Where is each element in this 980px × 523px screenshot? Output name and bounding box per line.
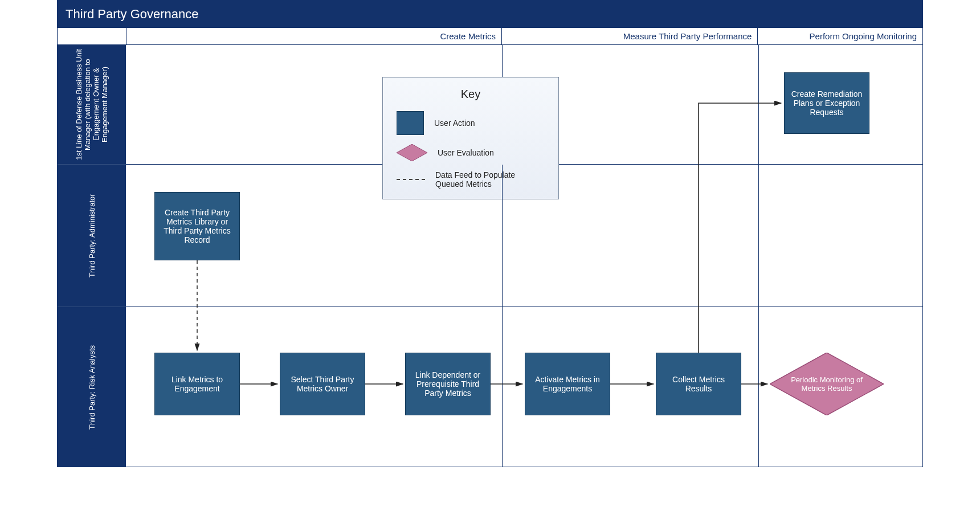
phase-create-metrics: Create Metrics <box>126 28 501 45</box>
box-label: Create Third Party Metrics Library or Th… <box>160 208 235 244</box>
phase-divider <box>758 165 759 307</box>
lane-business-unit-manager: 1st Line of Defense Business Unit Manage… <box>58 45 922 165</box>
phase-divider <box>758 45 759 164</box>
diamond-label: Periodic Monitoring of Metrics Results <box>787 375 867 393</box>
phase-label: Measure Third Party Performance <box>623 31 752 41</box>
diagram-title: Third Party Governance <box>58 1 922 28</box>
lane-header-text: 1st Line of Defense Business Unit Manage… <box>75 48 109 161</box>
box-create-remediation: Create Remediation Plans or Exception Re… <box>784 72 869 134</box>
key-title: Key <box>397 88 545 101</box>
box-label: Create Remediation Plans or Exception Re… <box>789 89 864 117</box>
box-label: Link Dependent or Prerequisite Third Par… <box>410 370 485 398</box>
svg-marker-0 <box>397 144 427 161</box>
phase-divider <box>502 307 503 467</box>
box-label: Activate Metrics in Engagements <box>530 375 605 393</box>
phase-divider <box>502 165 503 307</box>
lane-body: Create Third Party Metrics Library or Th… <box>126 165 922 307</box>
box-link-metrics-engagement: Link Metrics to Engagement <box>154 353 240 415</box>
lane-header-text: Third Party: Risk Analysts <box>88 345 96 429</box>
phase-header-row: Create Metrics Measure Third Party Perfo… <box>58 28 922 45</box>
phase-label: Perform Ongoing Monitoring <box>810 31 917 41</box>
lane-header: Third Party: Risk Analysts <box>58 307 126 467</box>
key-row-user-action: User Action <box>397 111 545 135</box>
phase-ongoing-monitoring: Perform Ongoing Monitoring <box>757 28 922 45</box>
box-collect-metrics-results: Collect Metrics Results <box>656 353 741 415</box>
lane-body: Link Metrics to Engagement Select Third … <box>126 307 922 467</box>
phase-divider <box>758 307 759 467</box>
box-label: Link Metrics to Engagement <box>160 375 235 393</box>
key-label: User Action <box>434 119 475 128</box>
key-row-user-evaluation: User Evaluation <box>397 144 545 161</box>
key-swatch-action-icon <box>397 111 424 135</box>
box-select-metrics-owner: Select Third Party Metrics Owner <box>280 353 365 415</box>
lane-header-spacer <box>58 28 126 45</box>
box-activate-metrics: Activate Metrics in Engagements <box>525 353 610 415</box>
lane-header: 1st Line of Defense Business Unit Manage… <box>58 45 126 165</box>
diagram-title-text: Third Party Governance <box>66 7 199 22</box>
phase-label: Create Metrics <box>440 31 496 41</box>
lane-third-party-administrator: Third Party: Administrator Create Third … <box>58 165 922 307</box>
box-link-dependent-metrics: Link Dependent or Prerequisite Third Par… <box>405 353 491 415</box>
lane-body: Create Remediation Plans or Exception Re… <box>126 45 922 165</box>
lane-header: Third Party: Administrator <box>58 165 126 307</box>
key-label: User Evaluation <box>438 148 494 157</box>
box-create-metrics-library: Create Third Party Metrics Library or Th… <box>154 192 240 260</box>
lane-header-text: Third Party: Administrator <box>88 194 96 277</box>
phase-measure-performance: Measure Third Party Performance <box>501 28 757 45</box>
box-label: Collect Metrics Results <box>661 375 736 393</box>
diamond-periodic-monitoring: Periodic Monitoring of Metrics Results <box>770 353 884 415</box>
swimlane-diagram: Third Party Governance Create Metrics Me… <box>57 0 923 467</box>
lane-third-party-risk-analysts: Third Party: Risk Analysts Link Metrics … <box>58 307 922 467</box>
key-swatch-evaluation-icon <box>397 144 427 161</box>
box-label: Select Third Party Metrics Owner <box>285 375 360 393</box>
